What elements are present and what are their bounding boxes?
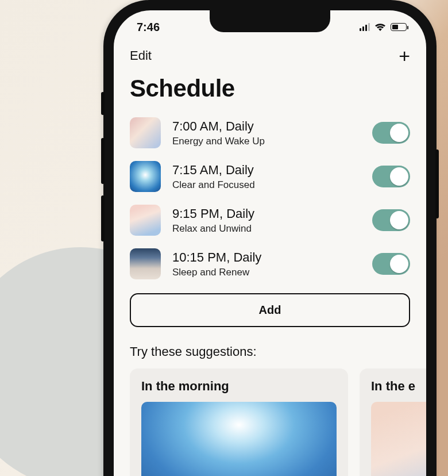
edit-button[interactable]: Edit bbox=[130, 48, 152, 63]
add-button[interactable]: Add bbox=[130, 293, 410, 327]
battery-icon bbox=[391, 23, 407, 31]
suggestion-title: In the morning bbox=[141, 379, 337, 394]
schedule-time: 9:15 PM, Daily bbox=[172, 206, 361, 222]
schedule-item[interactable]: 7:00 AM, Daily Energy and Wake Up bbox=[130, 113, 410, 156]
schedule-list: 7:00 AM, Daily Energy and Wake Up 7:15 A… bbox=[114, 113, 426, 287]
suggestion-image bbox=[371, 402, 426, 476]
wifi-icon bbox=[374, 23, 386, 32]
phone-frame: 7:46 Edit + Schedule 7:0 bbox=[103, 0, 437, 476]
schedule-text: 7:00 AM, Daily Energy and Wake Up bbox=[172, 118, 361, 148]
schedule-text: 10:15 PM, Daily Sleep and Renew bbox=[172, 249, 361, 279]
schedule-subtitle: Energy and Wake Up bbox=[172, 136, 361, 147]
schedule-time: 7:00 AM, Daily bbox=[172, 118, 361, 135]
status-icons bbox=[360, 23, 407, 32]
schedule-text: 7:15 AM, Daily Clear and Focused bbox=[172, 162, 361, 191]
phone-side-button bbox=[101, 92, 105, 115]
schedule-subtitle: Relax and Unwind bbox=[172, 223, 361, 235]
schedule-thumbnail bbox=[130, 117, 161, 148]
add-icon-button[interactable]: + bbox=[399, 46, 410, 66]
schedule-time: 7:15 AM, Daily bbox=[172, 162, 361, 179]
schedule-thumbnail bbox=[130, 248, 161, 279]
suggestion-card[interactable]: In the morning bbox=[130, 368, 348, 476]
schedule-toggle[interactable] bbox=[372, 166, 410, 187]
suggestions-heading: Try these suggestions: bbox=[114, 327, 426, 368]
phone-side-button bbox=[101, 138, 105, 184]
schedule-toggle[interactable] bbox=[372, 209, 410, 231]
schedule-item[interactable]: 10:15 PM, Daily Sleep and Renew bbox=[130, 244, 410, 287]
phone-side-button bbox=[101, 195, 105, 241]
phone-screen: 7:46 Edit + Schedule 7:0 bbox=[114, 10, 426, 476]
schedule-text: 9:15 PM, Daily Relax and Unwind bbox=[172, 206, 361, 235]
page-title: Schedule bbox=[114, 69, 426, 113]
cellular-icon bbox=[360, 23, 370, 31]
schedule-subtitle: Sleep and Renew bbox=[172, 267, 361, 278]
schedule-subtitle: Clear and Focused bbox=[172, 179, 361, 191]
phone-notch bbox=[210, 10, 330, 32]
schedule-toggle[interactable] bbox=[372, 122, 410, 144]
status-time: 7:46 bbox=[137, 21, 160, 34]
schedule-thumbnail bbox=[130, 161, 161, 192]
suggestion-title: In the e bbox=[371, 379, 426, 394]
schedule-time: 10:15 PM, Daily bbox=[172, 249, 361, 266]
suggestion-carousel[interactable]: In the morning In the e bbox=[114, 368, 426, 476]
schedule-toggle[interactable] bbox=[372, 253, 410, 275]
schedule-item[interactable]: 9:15 PM, Daily Relax and Unwind bbox=[130, 200, 410, 244]
schedule-thumbnail bbox=[130, 205, 161, 236]
schedule-item[interactable]: 7:15 AM, Daily Clear and Focused bbox=[130, 156, 410, 200]
nav-bar: Edit + bbox=[114, 40, 426, 69]
phone-side-button bbox=[435, 149, 439, 218]
suggestion-image bbox=[141, 402, 337, 476]
suggestion-card[interactable]: In the e bbox=[360, 368, 426, 476]
